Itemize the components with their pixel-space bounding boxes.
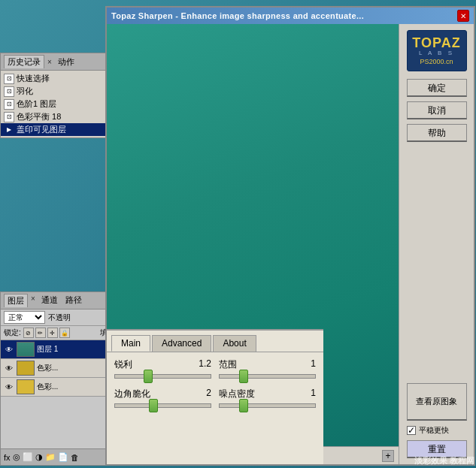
actions-tab[interactable]: 动作 [55,56,77,68]
topaz-sharpen-dialog: Topaz Sharpen - Enhance image sharpness … [105,6,475,466]
tab-about[interactable]: About [213,335,256,352]
sharpness-header: 锐利 1.2 [114,358,211,371]
smooth-row: ✓ 平稳更快 [407,425,467,436]
view-original-button[interactable]: 查看原图象 [407,383,467,421]
layer-visibility-icon[interactable]: 👁 [4,344,14,355]
range-slider[interactable] [219,374,316,379]
history-item-label: 羽化 [17,86,33,97]
noise-value: 1 [311,388,316,400]
history-item-label: 色彩平衡 18 [17,111,61,122]
lock-transparent-icon[interactable]: ⊘ [23,328,34,338]
tabs-row: Main Advanced About [107,331,323,352]
sharpness-value: 1.2 [199,358,211,371]
history-icon: ⊡ [4,99,14,110]
help-button[interactable]: 帮助 [407,124,467,142]
topaz-logo: TOPAZ L A B S PS2000.cn [407,30,467,71]
new-group-icon[interactable]: 📁 [45,452,56,462]
controls-panel: Main Advanced About 锐利 1.2 [107,329,323,464]
list-item[interactable]: ▶ 盖印可见图层 [1,123,111,136]
lock-all-icon[interactable]: 🔒 [59,328,70,338]
zoom-in-button[interactable]: + [382,450,394,462]
preview-area: - 200 % + Main Advanced About [107,24,399,464]
confirm-button[interactable]: 确定 [407,79,467,97]
watermark: 淡彩效果 教程网 [414,455,474,466]
topaz-logo-text: TOPAZ [412,36,460,50]
noise-header: 噪点密度 1 [219,388,316,400]
list-item[interactable]: 👁 色彩... [1,359,111,378]
smooth-label: 平稳更快 [419,425,449,436]
layer-visibility-icon[interactable]: 👁 [4,382,14,392]
edge-slider[interactable] [114,403,211,408]
lock-row: 锁定: ⊘ ✏ ✛ 🔒 填 [1,326,111,340]
tab-advanced[interactable]: Advanced [152,335,211,352]
range-thumb[interactable] [239,370,248,383]
lock-pixels-icon[interactable]: ✏ [35,328,46,338]
edge-control: 边角脆化 2 [114,388,211,408]
list-item[interactable]: 👁 图层 1 [1,340,111,359]
history-list: ⊡ 快速选择 ⊡ 羽化 ⊡ 色阶1 图层 ⊡ 色彩平衡 18 ▶ 盖印可见图层 [1,71,111,137]
lock-label: 锁定: [4,328,21,338]
new-adjustment-icon[interactable]: ◑ [35,452,43,462]
history-icon: ⊡ [4,112,14,122]
history-item-label: 色阶1 图层 [17,98,56,110]
sharpness-control: 锐利 1.2 [114,358,211,379]
list-item[interactable]: 👁 色彩... [1,378,111,397]
topaz-logo-labs: L A B S [419,50,454,56]
tab-main[interactable]: Main [111,335,150,352]
edge-label: 边角脆化 [114,388,150,400]
range-header: 范围 1 [219,358,316,371]
sharpness-thumb[interactable] [144,370,153,383]
sharpness-slider[interactable] [114,374,211,379]
lock-position-icon[interactable]: ✛ [47,328,58,338]
history-icon: ⊡ [4,74,14,84]
controls-row-1: 锐利 1.2 范围 1 [114,358,316,379]
list-item[interactable]: ⊡ 色彩平衡 18 [1,110,111,123]
dialog-body: - 200 % + Main Advanced About [107,24,474,464]
history-panel-header: 历史记录 × 动作 [1,53,111,71]
edge-header: 边角脆化 2 [114,388,211,400]
controls-row-2: 边角脆化 2 噪点密度 1 [114,388,316,408]
fx-icon[interactable]: fx [4,453,11,462]
list-item[interactable]: ⊡ 色阶1 图层 [1,98,111,110]
new-layer-icon[interactable]: 📄 [58,452,68,462]
history-icon: ⊡ [4,86,14,97]
sharpness-label: 锐利 [114,358,132,371]
history-panel: 历史记录 × 动作 ⊡ 快速选择 ⊡ 羽化 ⊡ 色阶1 图层 ⊡ 色彩平衡 18… [0,53,111,138]
layers-tab[interactable]: 图层 [4,294,28,307]
layer-name: 图层 1 [37,344,58,355]
dialog-sidebar: TOPAZ L A B S PS2000.cn 确定 取消 帮助 查看原图象 ✓… [399,24,474,464]
layer-visibility-icon[interactable]: 👁 [4,363,14,373]
list-item[interactable]: ⊡ 快速选择 [1,72,111,85]
tab-sep: × [29,294,37,307]
layers-tabs: 图层 × 通道 路径 [1,292,111,309]
noise-label: 噪点密度 [219,388,255,400]
layers-controls: 正常 不透明 [1,309,111,326]
list-item[interactable]: ⊡ 羽化 [1,85,111,98]
range-label: 范围 [219,358,237,371]
smooth-checkbox[interactable]: ✓ [407,426,416,435]
add-style-icon[interactable]: ◎ [13,452,20,462]
layer-thumbnail [17,379,35,394]
layer-thumbnail [17,361,35,376]
history-item-label: 盖印可见图层 [17,124,66,135]
delete-layer-icon[interactable]: 🗑 [71,453,79,462]
close-button[interactable]: ✕ [457,10,469,22]
paths-tab[interactable]: 路径 [62,294,85,307]
range-control: 范围 1 [219,358,316,379]
layer-thumbnail [17,342,35,357]
layer-name: 色彩... [37,363,58,373]
history-tab[interactable]: 历史记录 [4,55,44,68]
dialog-title: Topaz Sharpen - Enhance image sharpness … [111,11,457,20]
layer-name: 色彩... [37,382,58,392]
channels-tab[interactable]: 通道 [38,294,61,307]
noise-thumb[interactable] [239,399,248,412]
blend-mode-select[interactable]: 正常 [4,311,45,324]
range-value: 1 [311,358,316,371]
add-mask-icon[interactable]: ⬜ [23,452,33,462]
edge-value: 2 [206,388,211,400]
edge-thumb[interactable] [149,399,158,412]
cancel-button[interactable]: 取消 [407,101,467,119]
noise-slider[interactable] [219,403,316,408]
history-icon-active: ▶ [4,125,14,135]
noise-control: 噪点密度 1 [219,388,316,408]
